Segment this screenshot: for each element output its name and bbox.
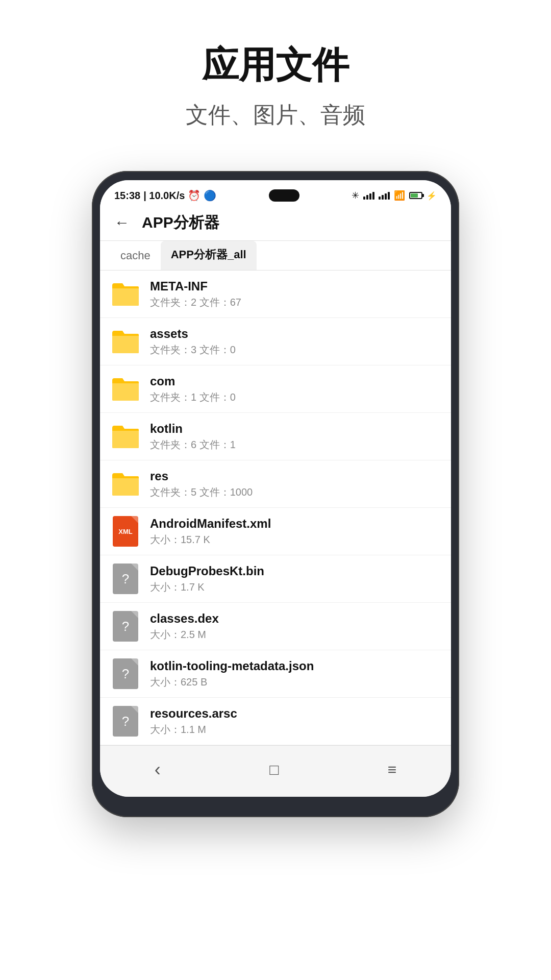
battery-icon [409, 192, 422, 199]
list-item[interactable]: ? classes.dex 大小：2.5 M [100, 603, 451, 650]
file-list: META-INF 文件夹：2 文件：67 assets 文件夹：3 文件：0 [100, 271, 451, 745]
page-header: 应用文件 文件、图片、音频 [186, 0, 365, 140]
tabs-bar: cache APP分析器_all [100, 241, 451, 271]
list-item[interactable]: kotlin 文件夹：6 文件：1 [100, 413, 451, 460]
xml-file-icon: XML [110, 516, 141, 547]
file-meta: 大小：1.1 M [150, 723, 441, 737]
bluetooth-icon: ✳ [352, 190, 359, 201]
nav-title: APP分析器 [142, 212, 219, 233]
status-right: ✳ 📶 ⚡ [352, 190, 437, 201]
nav-back-button[interactable]: ‹ [142, 755, 173, 785]
alarm-icon: ⏰ [188, 189, 201, 202]
file-info: res 文件夹：5 文件：1000 [150, 469, 441, 499]
phone-screen: 15:38 | 10.0K/s ⏰ 🔵 ✳ [100, 180, 451, 797]
file-info: com 文件夹：1 文件：0 [150, 374, 441, 404]
file-info: kotlin-tooling-metadata.json 大小：625 B [150, 659, 441, 689]
tab-cache[interactable]: cache [110, 243, 161, 270]
status-time: 15:38 [114, 190, 140, 202]
charging-icon: ⚡ [427, 191, 437, 201]
signal-bars-2 [379, 192, 390, 200]
tab-all[interactable]: APP分析器_all [161, 241, 257, 270]
phone-frame: 15:38 | 10.0K/s ⏰ 🔵 ✳ [92, 171, 459, 817]
unknown-file-icon: ? [110, 706, 141, 737]
list-item[interactable]: XML AndroidManifest.xml 大小：15.7 K [100, 508, 451, 555]
back-button[interactable]: ← [110, 212, 134, 233]
unknown-file-icon: ? [110, 564, 141, 594]
file-meta: 文件夹：6 文件：1 [150, 438, 441, 452]
folder-icon [110, 374, 141, 404]
wifi-icon: 📶 [394, 190, 405, 201]
file-meta: 文件夹：1 文件：0 [150, 390, 441, 404]
status-bar: 15:38 | 10.0K/s ⏰ 🔵 ✳ [100, 180, 451, 207]
list-item[interactable]: assets 文件夹：3 文件：0 [100, 318, 451, 365]
page-subtitle: 文件、图片、音频 [186, 100, 365, 130]
file-info: META-INF 文件夹：2 文件：67 [150, 279, 441, 309]
file-name: res [150, 469, 441, 483]
file-name: kotlin [150, 422, 441, 436]
list-item[interactable]: ? DebugProbesKt.bin 大小：1.7 K [100, 555, 451, 603]
list-item[interactable]: com 文件夹：1 文件：0 [100, 365, 451, 413]
nav-home-button[interactable]: □ [257, 757, 291, 782]
folder-icon [110, 421, 141, 452]
list-item[interactable]: ? resources.arsc 大小：1.1 M [100, 698, 451, 745]
file-meta: 文件夹：5 文件：1000 [150, 485, 441, 499]
unknown-file-icon: ? [110, 658, 141, 689]
file-name: AndroidManifest.xml [150, 517, 441, 531]
file-info: classes.dex 大小：2.5 M [150, 611, 441, 642]
file-meta: 大小：15.7 K [150, 533, 441, 547]
unknown-file-icon: ? [110, 611, 141, 642]
file-info: resources.arsc 大小：1.1 M [150, 706, 441, 737]
file-meta: 文件夹：2 文件：67 [150, 296, 441, 309]
nav-menu-button[interactable]: ≡ [375, 757, 409, 782]
file-name: com [150, 374, 441, 388]
camera-notch [269, 189, 299, 202]
signal-bars [363, 192, 374, 200]
file-name: resources.arsc [150, 706, 441, 721]
file-meta: 大小：2.5 M [150, 628, 441, 642]
file-info: AndroidManifest.xml 大小：15.7 K [150, 517, 441, 547]
bottom-nav: ‹ □ ≡ [100, 745, 451, 797]
file-info: DebugProbesKt.bin 大小：1.7 K [150, 564, 441, 594]
file-name: assets [150, 327, 441, 341]
app-icon: 🔵 [204, 189, 216, 202]
file-name: DebugProbesKt.bin [150, 564, 441, 578]
list-item[interactable]: ? kotlin-tooling-metadata.json 大小：625 B [100, 650, 451, 698]
folder-icon [110, 469, 141, 499]
status-left: 15:38 | 10.0K/s ⏰ 🔵 [114, 189, 216, 202]
file-meta: 文件夹：3 文件：0 [150, 343, 441, 357]
file-meta: 大小：1.7 K [150, 580, 441, 594]
file-info: assets 文件夹：3 文件：0 [150, 327, 441, 357]
list-item[interactable]: res 文件夹：5 文件：1000 [100, 460, 451, 508]
file-meta: 大小：625 B [150, 675, 441, 689]
list-item[interactable]: META-INF 文件夹：2 文件：67 [100, 271, 451, 318]
folder-icon [110, 279, 141, 309]
page-title: 应用文件 [186, 41, 365, 90]
folder-icon [110, 326, 141, 357]
file-name: classes.dex [150, 611, 441, 626]
top-nav: ← APP分析器 [100, 207, 451, 241]
file-name: kotlin-tooling-metadata.json [150, 659, 441, 673]
file-name: META-INF [150, 279, 441, 293]
file-info: kotlin 文件夹：6 文件：1 [150, 422, 441, 452]
status-speed: | 10.0K/s [143, 190, 185, 202]
